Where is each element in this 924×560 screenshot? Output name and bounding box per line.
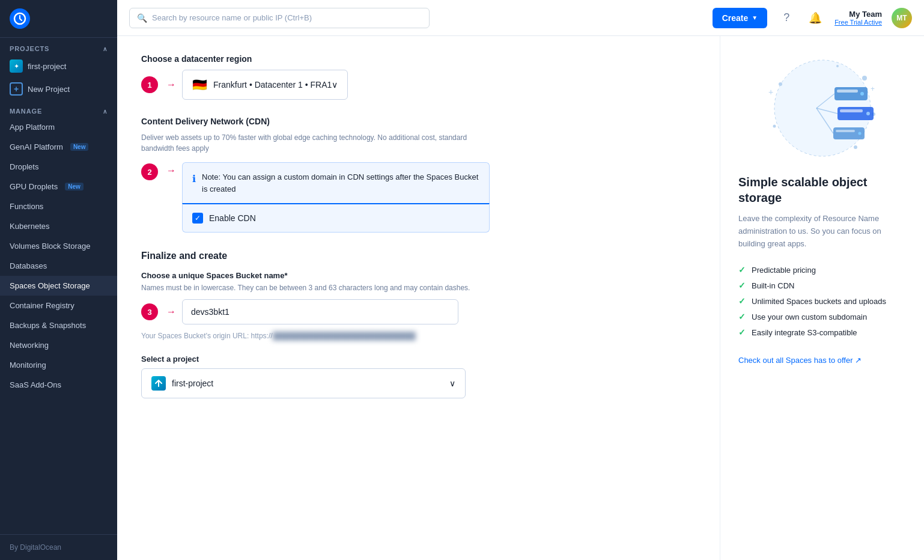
search-icon: 🔍 [137, 13, 147, 23]
manage-chevron-icon: ∧ [103, 108, 108, 115]
bucket-name-sublabel: Names must be in lowercase. They can be … [141, 282, 696, 293]
cdn-title: Content Delivery Network (CDN) [141, 117, 490, 126]
step3-section: Finalize and create Choose a unique Spac… [141, 251, 696, 398]
help-icon[interactable]: ? [777, 8, 796, 28]
sidebar-item-kubernetes[interactable]: Kubernetes [0, 216, 117, 236]
cdn-subtitle: Deliver web assets up to 70% faster with… [141, 132, 490, 154]
check-icon: ✓ [738, 296, 746, 306]
step2-row: 2 → ℹ Note: You can assign a custom doma… [141, 162, 490, 233]
main-wrapper: 🔍 Search by resource name or public IP (… [117, 0, 924, 560]
dropdown-chevron-icon: ∨ [332, 80, 338, 90]
new-project-icon: + [10, 82, 23, 96]
selected-region: Frankfurt • Datacenter 1 • FRA1 [213, 80, 332, 90]
project-dropdown-icon [151, 376, 166, 391]
topbar: 🔍 Search by resource name or public IP (… [117, 0, 924, 36]
svg-rect-18 [836, 130, 855, 132]
cdn-enable-checkbox[interactable]: ✓ Enable CDN [182, 203, 490, 233]
feature-item: ✓ Unlimited Spaces buckets and uploads [738, 293, 906, 309]
svg-point-3 [779, 82, 782, 86]
storage-illustration: + + [738, 54, 906, 162]
form-section: Choose a datacenter region 1 → 🇩🇪 Frankf… [117, 36, 720, 560]
sidebar-logo[interactable] [0, 0, 117, 38]
svg-text:+: + [871, 85, 875, 93]
sidebar-item-databases[interactable]: Databases [0, 256, 117, 276]
feature-item: ✓ Use your own custom subdomain [738, 309, 906, 324]
create-button[interactable]: Create ▼ [713, 8, 768, 28]
right-panel: + + [720, 36, 924, 560]
cta-link[interactable]: Check out all Spaces has to offer ↗ [738, 356, 862, 365]
svg-point-8 [836, 65, 839, 67]
logo-icon [10, 8, 30, 29]
feature-item: ✓ Built-in CDN [738, 278, 906, 293]
svg-rect-15 [840, 109, 863, 112]
topbar-right: Create ▼ ? 🔔 My Team Free Trial Active M… [713, 8, 912, 28]
cdn-info-box: ℹ Note: You can assign a custom domain i… [182, 162, 490, 203]
sidebar-item-spaces[interactable]: Spaces Object Storage [0, 276, 117, 296]
sidebar-item-monitoring[interactable]: Monitoring [0, 355, 117, 375]
check-icon: ✓ [738, 265, 746, 275]
step1-badge: 1 [141, 76, 158, 93]
project-dropdown[interactable]: first-project ∨ [141, 368, 466, 398]
svg-point-13 [860, 92, 864, 96]
selected-project: first-project [172, 379, 213, 388]
step3-badge: 3 [141, 303, 158, 320]
projects-section: PROJECTS ∧ [0, 38, 117, 55]
search-placeholder: Search by resource name or public IP (Ct… [152, 13, 312, 22]
check-icon: ✓ [738, 327, 746, 337]
user-info: My Team Free Trial Active [834, 10, 882, 26]
avatar[interactable]: MT [892, 8, 912, 28]
region-label: Choose a datacenter region [141, 54, 696, 64]
feature-item: ✓ Predictable pricing [738, 262, 906, 278]
sidebar-item-genai-platform[interactable]: GenAI Platform New [0, 137, 117, 157]
projects-chevron-icon: ∧ [103, 46, 108, 52]
right-panel-title: Simple scalable object storage [738, 174, 906, 205]
project-icon: ✦ [10, 59, 23, 73]
sidebar: PROJECTS ∧ ✦ first-project + New Project… [0, 0, 117, 560]
step1-row: 1 → 🇩🇪 Frankfurt • Datacenter 1 • FRA1 ∨ [141, 70, 696, 100]
project-select-section: Select a project first-project ∨ [141, 355, 696, 398]
check-icon: ✓ [738, 281, 746, 290]
step2-arrow-icon: → [166, 165, 176, 176]
bucket-name-label: Choose a unique Spaces Bucket name* [141, 271, 696, 280]
svg-point-19 [858, 132, 861, 135]
sidebar-item-saas-addons[interactable]: SaaS Add-Ons [0, 375, 117, 395]
right-panel-description: Leave the complexity of Resource Name ad… [738, 213, 906, 250]
svg-rect-12 [837, 90, 858, 93]
step3-row: 3 → [141, 299, 696, 324]
sidebar-item-volumes[interactable]: Volumes Block Storage [0, 236, 117, 256]
sidebar-footer: By DigitalOcean [0, 534, 117, 560]
sidebar-item-container-registry[interactable]: Container Registry [0, 296, 117, 315]
sidebar-item-gpu-droplets[interactable]: GPU Droplets New [0, 177, 117, 196]
origin-url: Your Spaces Bucket's origin URL: https:/… [141, 332, 696, 340]
notifications-icon[interactable]: 🔔 [806, 8, 825, 28]
svg-point-7 [854, 145, 857, 149]
step3-arrow-icon: → [166, 306, 176, 317]
svg-point-4 [862, 76, 867, 81]
sidebar-item-droplets[interactable]: Droplets [0, 157, 117, 177]
project-label: Select a project [141, 355, 696, 364]
sidebar-item-app-platform[interactable]: App Platform [0, 117, 117, 137]
feature-item: ✓ Easily integrate S3-compatible [738, 324, 906, 340]
step1-section: Choose a datacenter region 1 → 🇩🇪 Frankf… [141, 54, 696, 100]
feature-list: ✓ Predictable pricing ✓ Built-in CDN ✓ U… [738, 262, 906, 340]
sidebar-item-new-project[interactable]: + New Project [0, 78, 117, 100]
check-icon: ✓ [738, 312, 746, 321]
svg-text:+: + [768, 87, 773, 97]
sidebar-item-functions[interactable]: Functions [0, 196, 117, 216]
sidebar-item-backups-snapshots[interactable]: Backups & Snapshots [0, 315, 117, 335]
search-bar[interactable]: 🔍 Search by resource name or public IP (… [129, 8, 430, 28]
cdn-checkbox-checked-icon: ✓ [192, 213, 203, 224]
step2-badge: 2 [141, 163, 158, 180]
region-dropdown[interactable]: 🇩🇪 Frankfurt • Datacenter 1 • FRA1 ∨ [182, 70, 348, 100]
svg-point-16 [866, 112, 870, 115]
sidebar-item-first-project[interactable]: ✦ first-project [0, 55, 117, 78]
germany-flag-icon: 🇩🇪 [192, 78, 207, 92]
bucket-name-input[interactable] [182, 299, 458, 324]
svg-point-6 [773, 125, 776, 128]
step1-arrow-icon: → [166, 79, 176, 90]
manage-section: MANAGE ∧ [0, 100, 117, 117]
region-dropdown-left: 🇩🇪 Frankfurt • Datacenter 1 • FRA1 [192, 78, 332, 92]
sidebar-item-networking[interactable]: Networking [0, 335, 117, 355]
info-icon: ℹ [192, 172, 196, 186]
project-dropdown-chevron-icon: ∨ [449, 379, 455, 388]
